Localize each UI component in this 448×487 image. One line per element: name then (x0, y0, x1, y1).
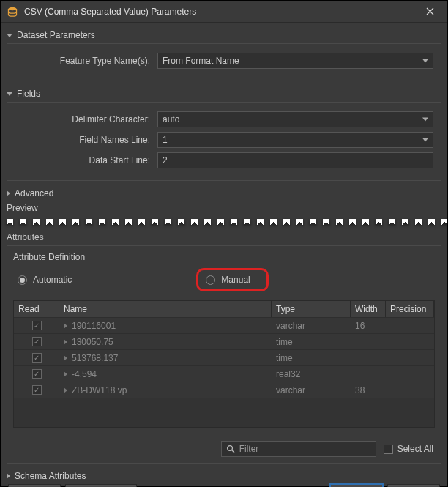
attribute-definition-radios: Automatic Manual (13, 267, 435, 293)
chevron-down-icon (422, 118, 428, 122)
table-body: 190116001varchar16130050.75time513768.13… (14, 317, 434, 398)
read-checkbox[interactable] (32, 369, 42, 379)
section-title: Fields (17, 89, 40, 99)
input-value: 2 (163, 155, 168, 166)
filter-input[interactable]: Filter (221, 441, 376, 457)
close-icon (426, 7, 434, 15)
col-read[interactable]: Read (14, 301, 59, 317)
select-value: 1 (163, 135, 168, 145)
section-title: Advanced (15, 188, 53, 198)
read-checkbox[interactable] (32, 385, 42, 395)
select-value: auto (163, 114, 179, 124)
col-type[interactable]: Type (272, 301, 351, 317)
cell-type: varchar (276, 385, 305, 395)
chevron-right-icon (64, 355, 67, 361)
radio-automatic[interactable]: Automatic (18, 275, 72, 285)
footer: Help Presets OK Cancel (1, 484, 447, 487)
filter-row: Filter Select All (13, 441, 435, 457)
cell-name: 513768.137 (72, 353, 118, 363)
col-width[interactable]: Width (351, 301, 386, 317)
table-row[interactable]: 513768.137time (14, 349, 434, 365)
checkbox-icon (384, 445, 393, 454)
close-button[interactable] (415, 1, 444, 23)
section-advanced-header[interactable]: Advanced (7, 185, 441, 201)
radio-manual[interactable]: Manual (206, 275, 250, 285)
section-schema-header[interactable]: Schema Attributes (7, 468, 441, 484)
feature-type-select[interactable]: From Format Name (157, 53, 433, 69)
section-dataset-parameters-header[interactable]: Dataset Parameters (7, 27, 441, 43)
table-row[interactable]: ZB-DW118 vpvarchar38 (14, 382, 434, 398)
radio-label: Manual (221, 275, 250, 285)
field-names-line-select[interactable]: 1 (157, 132, 433, 148)
chevron-right-icon (7, 190, 10, 196)
select-all[interactable]: Select All (384, 444, 433, 454)
feature-type-row: Feature Type Name(s): From Format Name (15, 51, 433, 70)
attributes-panel: Attribute Definition Automatic Manual Re… (7, 245, 441, 464)
svg-point-0 (9, 7, 17, 10)
parameters-dialog: CSV (Comma Separated Value) Parameters D… (0, 0, 448, 487)
radio-icon (18, 275, 27, 285)
attributes-table: Read Name Type Width Precision 190116001… (13, 300, 435, 428)
titlebar: CSV (Comma Separated Value) Parameters (1, 1, 447, 23)
delimiter-select[interactable]: auto (157, 111, 433, 127)
read-checkbox[interactable] (32, 321, 42, 330)
cell-width: 16 (355, 321, 365, 331)
window-title: CSV (Comma Separated Value) Parameters (24, 7, 415, 17)
svg-line-2 (231, 450, 234, 453)
chevron-right-icon (64, 387, 67, 393)
cell-type: time (276, 353, 293, 363)
search-icon (226, 445, 235, 453)
col-precision[interactable]: Precision (386, 301, 434, 317)
attribute-definition-title: Attribute Definition (13, 252, 435, 262)
filter-placeholder: Filter (239, 444, 259, 454)
cell-name: 190116001 (72, 321, 116, 331)
help-button[interactable]: Help (8, 484, 61, 487)
chevron-right-icon (64, 323, 67, 329)
radio-icon (206, 275, 215, 285)
chevron-down-icon (422, 138, 428, 142)
ok-button[interactable]: OK (330, 484, 383, 487)
field-names-line-label: Field Names Line: (15, 135, 157, 145)
cell-name: 130050.75 (72, 337, 113, 347)
cancel-button[interactable]: Cancel (387, 484, 440, 487)
delimiter-label: Delimiter Character: (15, 114, 157, 124)
chevron-right-icon (64, 339, 67, 345)
chevron-right-icon (7, 473, 10, 479)
content-area: Dataset Parameters Feature Type Name(s):… (1, 23, 447, 484)
cell-type: time (276, 337, 293, 347)
select-value: From Format Name (163, 56, 239, 66)
read-checkbox[interactable] (32, 337, 42, 346)
section-fields-header[interactable]: Fields (7, 86, 441, 102)
select-all-label: Select All (397, 444, 433, 454)
section-title: Dataset Parameters (17, 30, 95, 40)
table-row[interactable]: 190116001varchar16 (14, 317, 434, 333)
data-start-line-label: Data Start Line: (15, 155, 157, 166)
data-start-line-input[interactable]: 2 (157, 152, 433, 168)
feature-type-label: Feature Type Name(s): (15, 56, 157, 66)
torn-divider (1, 215, 447, 234)
chevron-down-icon (422, 59, 428, 63)
table-header: Read Name Type Width Precision (14, 301, 434, 317)
data-start-line-row: Data Start Line: 2 (15, 151, 433, 170)
manual-highlight: Manual (196, 268, 268, 291)
table-row[interactable]: 130050.75time (14, 333, 434, 349)
section-fields: Delimiter Character: auto Field Names Li… (7, 102, 441, 181)
chevron-right-icon (64, 371, 67, 377)
svg-point-1 (227, 446, 232, 451)
read-checkbox[interactable] (32, 353, 42, 363)
preview-label: Preview (7, 203, 441, 213)
cell-width: 38 (355, 385, 365, 395)
col-name[interactable]: Name (59, 301, 272, 317)
table-empty-area (14, 398, 434, 427)
radio-label: Automatic (33, 275, 72, 285)
chevron-down-icon (7, 92, 12, 96)
attributes-label: Attributes (7, 232, 441, 242)
cell-name: ZB-DW118 vp (72, 385, 127, 395)
chevron-down-icon (7, 34, 12, 37)
table-row[interactable]: -4.594real32 (14, 365, 434, 382)
cell-type: varchar (276, 321, 305, 331)
section-title: Schema Attributes (15, 471, 86, 481)
presets-button[interactable]: Presets (65, 484, 137, 487)
db-icon (7, 6, 18, 18)
field-names-line-row: Field Names Line: 1 (15, 130, 433, 149)
